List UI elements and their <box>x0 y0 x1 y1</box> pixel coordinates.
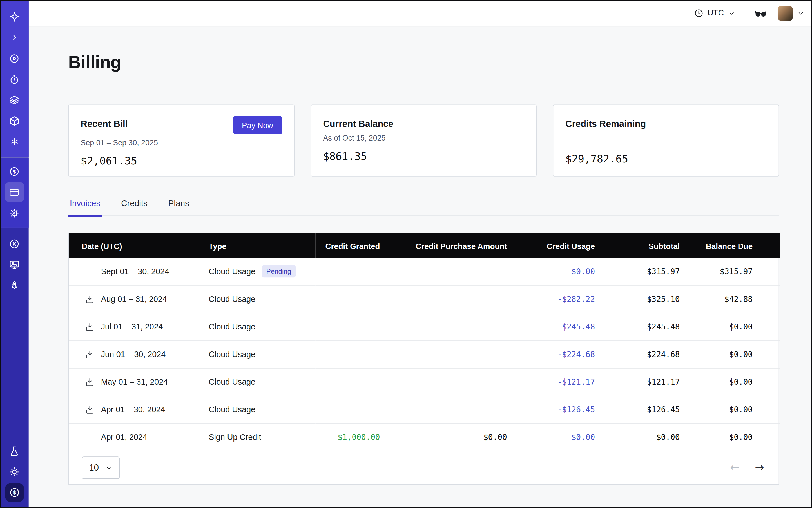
download-invoice-button[interactable] <box>84 294 95 305</box>
tab-credits[interactable]: Credits <box>120 199 149 217</box>
column-header-credit-purchase: Credit Purchase Amount <box>380 233 507 258</box>
invoice-type: Cloud Usage <box>209 267 255 276</box>
subtotal-value: $224.68 <box>595 341 680 368</box>
download-icon <box>84 377 94 387</box>
credit-purchase-value <box>380 313 507 341</box>
subtotal-value: $315.97 <box>595 258 680 286</box>
page-title: Billing <box>68 50 779 73</box>
download-icon <box>84 405 94 415</box>
sidebar-item-timer[interactable] <box>0 69 29 90</box>
chevron-down-icon <box>797 9 805 17</box>
invoice-date: Sept 01 – 30, 2024 <box>101 267 169 276</box>
invoice-type: Cloud Usage <box>209 322 255 331</box>
subtotal-value: $0.00 <box>595 424 680 451</box>
download-invoice-button[interactable] <box>84 404 95 416</box>
timezone-label: UTC <box>708 8 724 18</box>
credit-granted-value <box>315 286 380 313</box>
credit-usage-value: -$245.48 <box>507 313 595 341</box>
credit-purchase-value <box>380 396 507 424</box>
invoice-date: Aug 01 – 31, 2024 <box>101 295 167 303</box>
status-badge: Pending <box>262 265 296 278</box>
credit-usage-value: $0.00 <box>507 258 595 286</box>
sidebar-item-expand[interactable] <box>0 27 29 48</box>
sidebar-group-bottom: $ <box>0 440 29 508</box>
circle-x-icon <box>4 234 24 253</box>
tab-plans[interactable]: Plans <box>167 199 190 217</box>
billing-page: Billing Recent Bill Pay Now Sep 01 – Sep… <box>29 27 812 508</box>
sidebar-item-layers[interactable] <box>0 90 29 111</box>
sidebar-item-monitor[interactable] <box>0 254 29 275</box>
pay-now-button[interactable]: Pay Now <box>233 116 282 134</box>
sidebar-item-credits[interactable]: $ <box>0 161 29 182</box>
table-footer: 10 ← → <box>69 451 779 484</box>
sidebar-item-theme[interactable] <box>0 461 29 482</box>
credit-granted-value <box>315 313 380 341</box>
recent-bill-card: Recent Bill Pay Now Sep 01 – Sep 30, 202… <box>68 105 295 177</box>
topbar: UTC <box>29 0 812 27</box>
app-window: $ $ UTC <box>0 0 812 508</box>
sidebar-item-cube[interactable] <box>0 111 29 131</box>
current-balance-card: Current Balance As of Oct 15, 2025 $861.… <box>310 105 537 177</box>
card-title: Recent Bill <box>81 119 128 130</box>
billing-period: Sep 01 – Sep 30, 2025 <box>81 138 282 147</box>
column-header-type: Type <box>196 233 315 258</box>
glasses-button[interactable] <box>754 6 767 19</box>
sun-icon <box>4 462 24 481</box>
sidebar-item-asterisk[interactable] <box>0 131 29 152</box>
avatar <box>778 5 793 20</box>
sidebar: $ $ <box>0 0 29 508</box>
credit-purchase-value: $0.00 <box>380 424 507 451</box>
sidebar-item-launch[interactable] <box>0 275 29 296</box>
glasses-icon <box>754 6 767 19</box>
current-balance-amount: $861.35 <box>323 150 524 162</box>
prev-page-button[interactable]: ← <box>730 462 739 473</box>
timezone-selector[interactable]: UTC <box>691 8 739 18</box>
sidebar-item-settings[interactable] <box>0 203 29 223</box>
download-icon <box>84 349 94 359</box>
tab-invoices[interactable]: Invoices <box>68 199 102 217</box>
invoice-date: Jun 01 – 30, 2024 <box>101 350 166 358</box>
stage: $ $ UTC <box>0 0 812 508</box>
subtotal-value: $325.10 <box>595 286 680 313</box>
invoice-date: Jul 01 – 31, 2024 <box>101 322 163 331</box>
sidebar-item-usage-badge[interactable]: $ <box>0 482 29 503</box>
sidebar-item-logo[interactable] <box>0 6 29 27</box>
credit-usage-value: -$126.45 <box>507 396 595 424</box>
download-invoice-button[interactable] <box>84 349 95 361</box>
card-head: Recent Bill Pay Now <box>81 116 282 134</box>
sidebar-group-tools <box>0 228 29 301</box>
sidebar-group-top <box>0 0 29 157</box>
layers-icon <box>4 90 24 110</box>
rocket-icon <box>4 276 24 295</box>
card-title: Credits Remaining <box>565 119 646 130</box>
sidebar-item-labs[interactable] <box>0 440 29 461</box>
sidebar-item-support[interactable] <box>0 233 29 254</box>
page-size-select[interactable]: 10 <box>82 457 120 479</box>
download-invoice-button[interactable] <box>84 321 95 333</box>
svg-text:$: $ <box>13 168 16 174</box>
chevron-down-icon <box>105 464 112 471</box>
sidebar-item-billing[interactable] <box>0 182 29 203</box>
column-header-date: Date (UTC) <box>69 233 196 258</box>
chevron-down-icon <box>728 9 736 17</box>
credit-granted-value <box>315 341 380 368</box>
credit-usage-value: -$282.22 <box>507 286 595 313</box>
sidebar-item-target[interactable] <box>0 48 29 69</box>
main-column: UTC Billing Recent Bill Pay Now Se <box>29 0 812 508</box>
column-header-credit-usage: Credit Usage <box>507 233 595 258</box>
invoice-row: Jun 01 – 30, 2024 Cloud Usage -$224.68 $… <box>69 341 780 368</box>
gear-icon <box>4 203 24 223</box>
recent-bill-amount: $2,061.35 <box>81 155 282 167</box>
invoice-date: May 01 – 31, 2024 <box>101 377 168 386</box>
column-header-subtotal: Subtotal <box>595 233 680 258</box>
subtotal-value: $126.45 <box>595 396 680 424</box>
balance-as-of: As of Oct 15, 2025 <box>323 134 524 142</box>
clock-icon <box>694 8 704 18</box>
invoice-type: Cloud Usage <box>209 377 255 386</box>
credit-purchase-value <box>380 368 507 396</box>
user-menu[interactable] <box>778 5 805 20</box>
dollar-badge-icon: $ <box>5 483 24 502</box>
next-page-button[interactable]: → <box>755 462 764 473</box>
download-invoice-button[interactable] <box>84 377 95 388</box>
credit-granted-value <box>315 258 380 286</box>
